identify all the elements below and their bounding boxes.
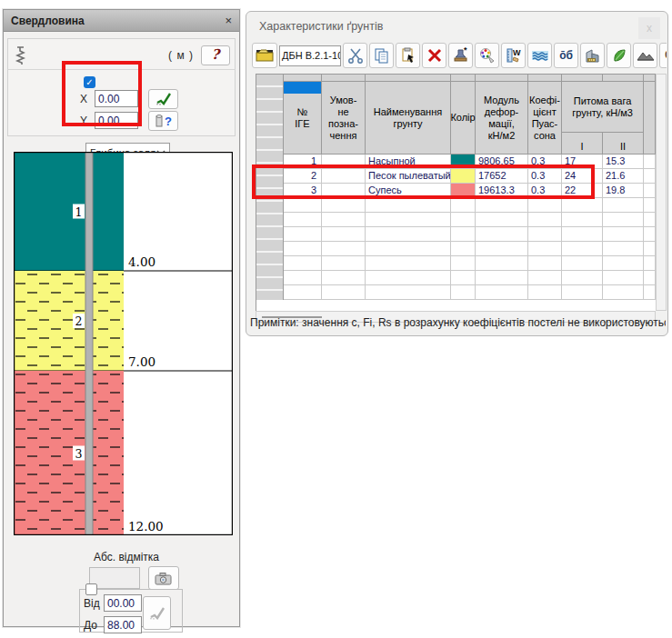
delete-button[interactable]: [422, 43, 446, 68]
table-cell[interactable]: [284, 271, 322, 285]
table-cell[interactable]: [562, 285, 603, 300]
table-row[interactable]: 1Насыпной9806.650.31715.3: [284, 155, 656, 169]
color-swatch-cell[interactable]: [451, 242, 476, 256]
table-cell[interactable]: 21.6: [603, 169, 644, 184]
snapshot-button[interactable]: [148, 566, 179, 590]
table-cell[interactable]: [284, 227, 322, 242]
color-swatch-cell[interactable]: [451, 213, 476, 227]
table-cell[interactable]: [322, 169, 366, 184]
table-cell[interactable]: [322, 256, 366, 271]
table-cell[interactable]: [528, 198, 562, 213]
table-cell[interactable]: [284, 213, 322, 227]
table-cell[interactable]: 15.3: [603, 155, 644, 169]
table-row[interactable]: [284, 227, 656, 242]
color-swatch-cell[interactable]: [451, 256, 476, 271]
table-cell[interactable]: 22: [562, 184, 603, 198]
table-cell[interactable]: [603, 285, 644, 300]
table-cell[interactable]: [603, 242, 644, 256]
table-cell[interactable]: 0.3: [528, 169, 562, 184]
table-cell[interactable]: Насыпной: [366, 155, 451, 169]
table-cell[interactable]: [562, 256, 603, 271]
table-cell[interactable]: [366, 256, 451, 271]
table-cell[interactable]: [284, 198, 322, 213]
norm-select[interactable]: ДБН В.2.1-10:2: [279, 45, 341, 66]
table-cell[interactable]: [562, 227, 603, 242]
table-cell[interactable]: [476, 227, 528, 242]
table-cell[interactable]: [284, 285, 322, 300]
table-cell[interactable]: 0.3: [528, 184, 562, 198]
table-row[interactable]: [284, 213, 656, 227]
table-cell[interactable]: [603, 227, 644, 242]
close-icon[interactable]: ×: [225, 14, 232, 27]
c-zero-button[interactable]: Co: [659, 43, 667, 68]
table-cell[interactable]: [322, 285, 366, 300]
leaf-button[interactable]: [607, 43, 631, 68]
table-cell[interactable]: [644, 271, 656, 285]
table-cell[interactable]: [476, 256, 528, 271]
table-cell[interactable]: [366, 213, 451, 227]
x-input[interactable]: [95, 90, 138, 107]
table-cell[interactable]: [528, 285, 562, 300]
color-swatch-cell[interactable]: [451, 227, 476, 242]
table-cell[interactable]: 24: [562, 169, 603, 184]
y-input[interactable]: [95, 112, 138, 129]
color-swatch-cell[interactable]: [451, 169, 476, 184]
table-cell[interactable]: 19613.3: [476, 184, 528, 198]
stamp-new-button[interactable]: *: [448, 43, 473, 68]
table-cell[interactable]: 9806.65: [476, 155, 528, 169]
table-cell[interactable]: [528, 256, 562, 271]
selected-cell-indicator[interactable]: [284, 82, 321, 94]
cut-button[interactable]: [343, 43, 367, 68]
table-cell[interactable]: [644, 155, 656, 169]
table-cell[interactable]: [322, 213, 366, 227]
copy-button[interactable]: [369, 43, 394, 68]
table-cell[interactable]: [322, 242, 366, 256]
table-cell[interactable]: [322, 198, 366, 213]
color-swatch-cell[interactable]: [451, 198, 476, 213]
table-cell[interactable]: [322, 155, 366, 169]
table-cell[interactable]: [644, 213, 656, 227]
table-cell[interactable]: [603, 271, 644, 285]
table-row[interactable]: [284, 271, 656, 285]
table-cell[interactable]: [322, 184, 366, 198]
table-cell[interactable]: [528, 227, 562, 242]
table-cell[interactable]: [284, 242, 322, 256]
range-apply-button[interactable]: [143, 596, 171, 630]
table-cell[interactable]: [644, 227, 656, 242]
table-cell[interactable]: [528, 242, 562, 256]
table-cell[interactable]: Супесь: [366, 184, 451, 198]
to-input[interactable]: [104, 616, 142, 633]
table-cell[interactable]: 19.8: [603, 184, 644, 198]
paste-button[interactable]: [396, 43, 420, 68]
fill-color-button[interactable]: [475, 43, 499, 68]
table-cell[interactable]: [284, 256, 322, 271]
table-row[interactable]: [284, 256, 656, 271]
table-row[interactable]: 3Супесь19613.30.32219.8: [284, 184, 656, 198]
borehole-query-button[interactable]: ?: [148, 111, 178, 131]
table-cell[interactable]: 3: [284, 184, 322, 198]
borehole-titlebar[interactable]: Свердловина ×: [4, 10, 239, 32]
table-cell[interactable]: [366, 227, 451, 242]
table-cell[interactable]: 17: [562, 155, 603, 169]
table-cell[interactable]: [644, 169, 656, 184]
table-row[interactable]: [284, 198, 656, 213]
ob-units-button[interactable]: ōб: [554, 43, 578, 68]
table-cell[interactable]: Песок пылеватый: [366, 169, 451, 184]
table-cell[interactable]: [476, 198, 528, 213]
table-cell[interactable]: [476, 285, 528, 300]
vertical-scrollbar[interactable]: [656, 74, 667, 311]
open-folder-button[interactable]: [252, 43, 277, 68]
table-cell[interactable]: 17652: [476, 169, 528, 184]
table-cell[interactable]: [366, 198, 451, 213]
table-row[interactable]: [284, 285, 656, 300]
table-row[interactable]: [284, 242, 656, 256]
table-cell[interactable]: [322, 271, 366, 285]
table-cell[interactable]: [476, 271, 528, 285]
table-cell[interactable]: [644, 184, 656, 198]
table-cell[interactable]: [603, 256, 644, 271]
terrain-button[interactable]: [633, 43, 657, 68]
table-cell[interactable]: [603, 198, 644, 213]
color-swatch-cell[interactable]: [451, 285, 476, 300]
table-row[interactable]: 2Песок пылеватый176520.32421.6: [284, 169, 656, 184]
ruler-report-button[interactable]: W: [501, 43, 526, 68]
